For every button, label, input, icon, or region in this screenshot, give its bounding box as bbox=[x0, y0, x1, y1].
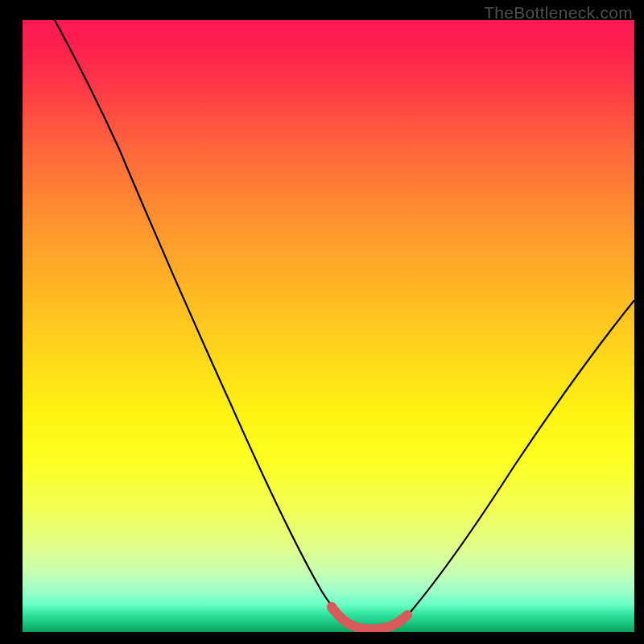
optimal-zone-highlight bbox=[332, 607, 407, 630]
optimal-zone-dot-icon bbox=[327, 602, 336, 612]
bottleneck-curve bbox=[55, 20, 634, 630]
watermark-text: TheBottleneck.com bbox=[484, 3, 633, 23]
bottleneck-curve-svg bbox=[23, 20, 634, 632]
plot-area bbox=[23, 20, 634, 632]
chart-frame: TheBottleneck.com bbox=[0, 0, 644, 644]
